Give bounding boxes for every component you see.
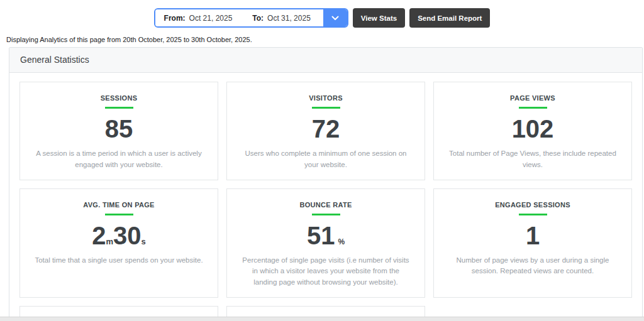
minutes-value: 2 [92, 222, 106, 249]
to-label: To: [252, 14, 264, 23]
title-underline [312, 107, 340, 109]
horizontal-scrollbar[interactable] [0, 317, 644, 321]
panel-title: General Statistics [9, 48, 642, 73]
stat-description: Users who complete a minimum of one sess… [242, 148, 411, 171]
stat-value: 51% [236, 222, 416, 249]
stat-value: 85 [29, 116, 209, 142]
stat-card-visitors: VISITORS 72 Users who complete a minimum… [226, 82, 425, 180]
stat-card-page-views: PAGE VIEWS 102 Total number of Page View… [433, 82, 632, 180]
card-title: PAGE VIEWS [510, 94, 555, 102]
card-title: VISITORS [309, 94, 343, 102]
date-dropdown-button[interactable] [323, 9, 347, 26]
title-underline [519, 214, 547, 215]
seconds-value: 30 [113, 222, 142, 249]
seconds-unit: s [142, 237, 146, 246]
date-range-summary: Displaying Analytics of this page from 2… [6, 36, 644, 43]
percent-unit: % [338, 237, 345, 246]
card-title: ENGAGED SESSIONS [495, 201, 570, 209]
to-date-value[interactable]: Oct 31, 2025 [267, 14, 311, 23]
stat-description: A session is a time period in which a us… [35, 148, 204, 171]
date-range-fields[interactable]: From: Oct 21, 2025 To: Oct 31, 2025 [155, 9, 323, 26]
view-stats-button[interactable]: View Stats [353, 8, 405, 28]
date-range-picker[interactable]: From: Oct 21, 2025 To: Oct 31, 2025 [154, 8, 348, 28]
stats-grid: SESSIONS 85 A session is a time period i… [9, 73, 642, 321]
stat-card-bounce-rate: BOUNCE RATE 51% Percentage of single pag… [226, 188, 425, 298]
card-title: AVG. TIME ON PAGE [83, 201, 154, 209]
from-label: From: [164, 14, 186, 23]
title-underline [105, 214, 133, 215]
bounce-rate-value: 51 [307, 222, 335, 249]
general-statistics-panel: General Statistics SESSIONS 85 A session… [9, 47, 643, 321]
chevron-down-icon [331, 16, 339, 21]
stat-value: 102 [443, 116, 623, 142]
title-underline [105, 107, 133, 109]
card-title: SESSIONS [101, 94, 138, 102]
stat-card-engaged-sessions: ENGAGED SESSIONS 1 Number of page views … [433, 188, 632, 298]
stat-card-avg-time-on-page: AVG. TIME ON PAGE 2m30s Total time that … [19, 188, 218, 298]
stat-value: 1 [443, 222, 623, 249]
stat-description: Total time that a single user spends on … [35, 255, 204, 266]
stat-description: Percentage of single page visits (i.e nu… [242, 255, 411, 288]
title-underline [519, 107, 547, 109]
stat-card-sessions: SESSIONS 85 A session is a time period i… [19, 82, 218, 180]
title-underline [312, 214, 340, 215]
stat-description: Total number of Page Views, these includ… [448, 148, 618, 171]
toolbar: From: Oct 21, 2025 To: Oct 31, 2025 View… [0, 0, 644, 28]
stat-description: Number of page views by a user during a … [448, 255, 618, 278]
stat-value: 72 [236, 116, 416, 142]
card-title: BOUNCE RATE [299, 201, 352, 209]
stat-value: 2m30s [29, 222, 209, 249]
from-date-value[interactable]: Oct 21, 2025 [189, 14, 233, 23]
send-email-report-button[interactable]: Send Email Report [409, 8, 490, 28]
minutes-unit: m [106, 237, 113, 246]
